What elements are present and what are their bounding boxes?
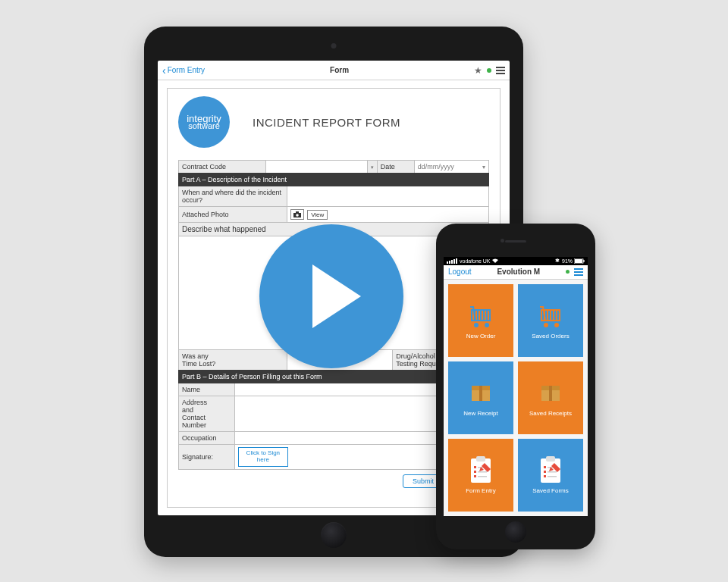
phone-title: Evolution M [472,268,566,276]
svg-rect-30 [474,466,476,468]
tablet-title: Form [205,66,474,74]
part-a-header: Part A – Description of the Incident [179,174,489,186]
hamburger-icon[interactable] [574,268,583,276]
logout-button[interactable]: Logout [448,268,472,276]
svg-point-12 [474,323,479,327]
tablet-home-button[interactable] [321,522,347,548]
bluetooth-icon: ✱ [555,258,560,264]
status-dot-icon [487,68,491,73]
tile-form-entry[interactable]: Form Entry [448,439,513,512]
company-logo: integrity software [178,96,230,148]
wifi-icon [492,258,498,264]
contract-code-dropdown[interactable]: ▾ [367,161,377,174]
phone-device-frame: vodafone UK ✱ 91% Logout Evolution M [436,224,595,549]
camera-icon[interactable] [290,209,304,220]
svg-rect-27 [549,386,552,401]
phone-speaker [505,240,526,242]
phone-status-bar: vodafone UK ✱ 91% [444,257,588,265]
cart-icon [535,302,566,328]
phone-camera [500,239,504,242]
svg-rect-32 [474,475,476,477]
svg-rect-35 [478,476,487,477]
tile-saved-receipts[interactable]: Saved Receipts [518,361,583,434]
sign-button[interactable]: Click to Signhere [238,447,288,467]
form-heading: INCIDENT REPORT FORM [253,116,400,129]
svg-rect-5 [583,260,584,262]
back-button[interactable]: ‹ Form Entry [162,66,205,74]
attached-photo-label: Attached Photo [179,207,287,223]
star-icon[interactable]: ★ [474,65,482,76]
svg-point-20 [544,323,548,327]
date-input[interactable]: dd/mm/yyyy▾ [414,161,488,174]
contract-row: Contract Code ▾ Date dd/mm/yyyy▾ [178,160,489,174]
when-where-input[interactable] [287,186,489,207]
tablet-camera [331,43,337,48]
back-label: Form Entry [168,66,205,74]
svg-rect-1 [296,211,299,214]
attached-photo-cell: View [287,207,489,223]
svg-point-21 [554,323,559,327]
box-icon [535,380,566,405]
svg-rect-29 [476,456,485,462]
phone-screen: vodafone UK ✱ 91% Logout Evolution M [444,257,588,516]
time-lost-label: Was anyTime Lost? [179,350,287,371]
address-label: Address and Contact Number [179,396,235,432]
tile-new-receipt[interactable]: New Receipt [448,361,513,434]
svg-rect-4 [575,259,582,263]
tablet-header: ‹ Form Entry Form ★ [158,61,510,80]
carrier-label: vodafone UK [460,258,490,264]
signal-icon [447,258,457,264]
occupation-label: Occupation [179,432,235,445]
svg-rect-42 [548,471,557,473]
status-dot-icon [566,270,570,274]
name-label: Name [179,383,235,396]
clip-icon [535,457,566,483]
tile-label: Saved Orders [532,333,569,340]
phone-tile-grid: New Order Saved Orders New Receipt Saved… [444,280,588,516]
date-label: Date [377,161,414,174]
box-icon [466,380,496,405]
play-button[interactable] [259,224,403,368]
contract-code-label: Contract Code [179,161,266,174]
tile-label: Saved Forms [532,487,569,494]
svg-point-2 [296,214,299,217]
contract-code-input[interactable] [265,161,367,174]
cart-icon [466,302,496,328]
phone-header: Logout Evolution M [444,265,588,280]
signature-label: Signature: [179,445,235,470]
svg-rect-39 [544,471,546,473]
svg-rect-40 [544,475,546,477]
view-photo-button[interactable]: View [307,210,328,220]
tile-label: Saved Receipts [529,410,572,417]
when-where-label: When and where did the incident occur? [179,186,287,207]
tile-label: Form Entry [466,487,496,494]
phone-home-button[interactable] [505,521,526,543]
tile-label: New Receipt [463,410,497,417]
svg-rect-38 [544,466,546,468]
hamburger-icon[interactable] [496,67,505,74]
svg-rect-43 [548,476,557,477]
battery-indicator: 91% [562,258,585,264]
clip-icon [466,457,496,483]
svg-rect-37 [546,456,555,462]
svg-point-13 [485,323,489,327]
svg-rect-34 [478,471,487,473]
tile-saved-forms[interactable]: Saved Forms [518,439,583,512]
svg-rect-31 [474,471,476,473]
tile-label: New Order [466,333,496,340]
tile-saved-orders[interactable]: Saved Orders [518,284,583,357]
tile-new-order[interactable]: New Order [448,284,513,357]
svg-rect-24 [479,386,482,401]
battery-label: 91% [562,258,573,264]
play-icon [312,264,361,328]
